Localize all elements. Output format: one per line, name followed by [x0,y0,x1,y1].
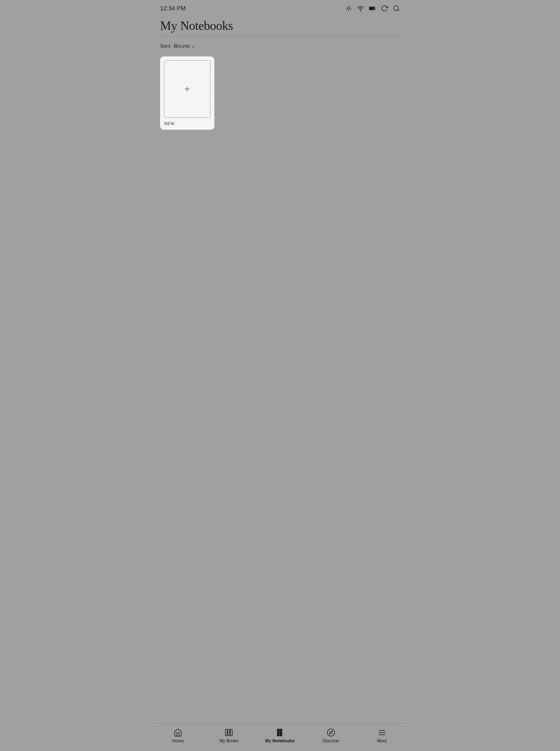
nav-item-more[interactable]: More [357,728,407,744]
nav-item-my-notebooks[interactable]: My Notebooks [255,728,305,744]
nav-label-more: More [377,738,387,744]
nav-item-my-books[interactable]: My Books [203,728,255,744]
nav-label-my-books: My Books [220,738,239,744]
home-icon [174,728,182,737]
wifi-icon [357,5,364,12]
svg-line-4 [351,10,351,11]
sort-label: Sort: Recent [160,42,189,49]
svg-rect-19 [280,729,282,736]
more-icon [378,728,386,737]
status-time: 12:34 PM [160,5,185,12]
sort-bar: Sort: Recent ⌄ [153,37,407,54]
svg-point-13 [394,6,398,10]
status-icons [345,5,400,12]
svg-rect-11 [369,7,374,9]
svg-line-8 [351,6,351,7]
nav-item-home[interactable]: Home [153,728,203,744]
brightness-icon[interactable] [345,5,352,12]
page-title: My Notebooks [160,18,400,33]
notebooks-grid: + NEW [153,54,407,724]
new-notebook-label: NEW [160,121,214,126]
new-notebook-inner: + [164,60,211,118]
my-notebooks-icon [276,728,284,737]
search-icon[interactable] [393,5,400,12]
svg-rect-15 [225,729,227,736]
svg-rect-17 [231,729,232,736]
svg-point-22 [327,729,335,736]
sort-button[interactable]: Sort: Recent ⌄ [160,42,195,49]
svg-point-9 [360,11,361,11]
battery-icon [369,5,376,12]
nav-item-discover[interactable]: Discover [305,728,357,744]
nav-label-discover: Discover [323,738,339,744]
svg-rect-20 [279,729,280,736]
nav-label-home: Home [172,738,184,744]
sync-icon[interactable] [381,5,388,12]
svg-point-0 [347,7,350,10]
chevron-down-icon: ⌄ [191,43,195,49]
svg-rect-16 [228,729,230,736]
new-notebook-card[interactable]: + NEW [160,57,214,130]
nav-label-my-notebooks: My Notebooks [265,738,295,744]
svg-line-7 [346,10,347,11]
discover-icon [327,728,335,737]
my-books-icon [225,728,233,737]
page-header: My Notebooks [153,15,407,37]
svg-rect-21 [282,729,282,736]
svg-line-3 [346,6,347,7]
svg-rect-18 [277,729,279,736]
plus-icon: + [184,84,190,94]
status-bar: 12:34 PM [153,0,407,15]
svg-marker-23 [329,731,332,734]
svg-line-14 [398,10,399,11]
bottom-nav: Home My Books My Notebooks [153,724,407,751]
